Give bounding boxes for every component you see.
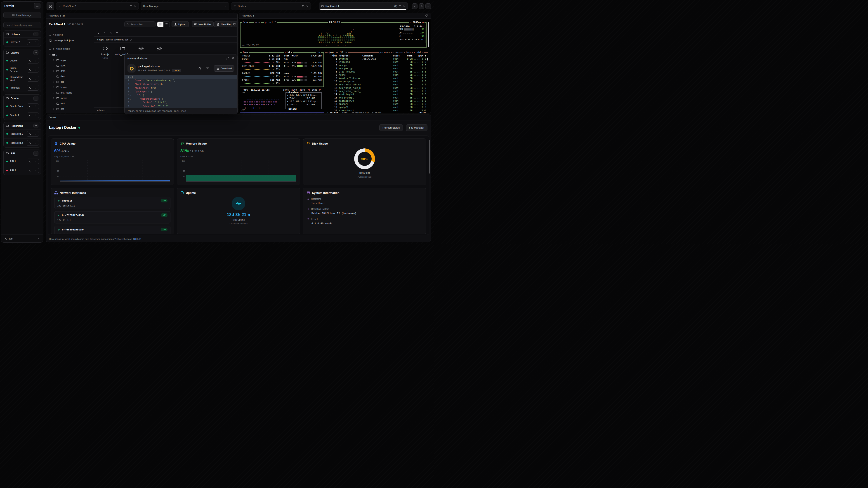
terminal-refresh-icon[interactable] bbox=[425, 14, 428, 17]
modal-search-icon[interactable] bbox=[198, 67, 202, 70]
tab-close-icon[interactable] bbox=[306, 5, 309, 7]
tab-close-icon[interactable] bbox=[134, 5, 136, 7]
close-icon[interactable] bbox=[231, 57, 235, 60]
tab-docker[interactable]: Docker bbox=[231, 2, 311, 10]
host-item-rpi-2[interactable]: RPI 2 bbox=[4, 166, 41, 175]
file-search-input[interactable] bbox=[130, 23, 151, 26]
tree-item-boot[interactable]: boot bbox=[49, 63, 91, 68]
nav-refresh-icon[interactable] bbox=[116, 32, 119, 35]
tree-item-home[interactable]: home bbox=[49, 85, 91, 90]
host-manager-button[interactable]: Host Manager bbox=[3, 12, 41, 18]
nav-back-icon[interactable] bbox=[97, 32, 100, 35]
host-menu-button[interactable] bbox=[33, 76, 39, 81]
split-view-icon[interactable] bbox=[302, 5, 305, 7]
host-item-oracle-1[interactable]: Oracle 1 bbox=[4, 111, 41, 120]
host-item-docker[interactable]: Docker bbox=[4, 56, 41, 65]
split-view-icon[interactable] bbox=[130, 5, 132, 7]
host-terminal-button[interactable] bbox=[27, 67, 33, 72]
keyboard-icon[interactable] bbox=[206, 67, 209, 70]
host-item-hetzner-1[interactable]: Hetzner 1 bbox=[4, 37, 41, 46]
tabs-collapse-button[interactable] bbox=[412, 3, 417, 9]
host-terminal-button[interactable] bbox=[27, 85, 33, 90]
sidebar-menu-button[interactable] bbox=[34, 3, 40, 9]
tree-root[interactable]: / bbox=[49, 52, 91, 57]
group-collapse-button[interactable] bbox=[33, 32, 38, 36]
tab-close-icon[interactable] bbox=[403, 5, 405, 7]
host-menu-button[interactable] bbox=[33, 104, 39, 109]
host-terminal-button[interactable] bbox=[27, 104, 33, 109]
interface-enp6s18[interactable]: enp6s18 UP 192.168.68.11 bbox=[54, 197, 170, 209]
host-item-open-media-vault[interactable]: Open Media Vault bbox=[4, 74, 41, 83]
host-item-oracle-sam[interactable]: Oracle Sam bbox=[4, 102, 41, 111]
split-view-icon[interactable] bbox=[399, 5, 401, 7]
host-item-racknerd-1[interactable]: RackNerd 1 bbox=[4, 129, 41, 138]
group-collapse-button[interactable] bbox=[33, 51, 38, 55]
nav-forward-icon[interactable] bbox=[103, 32, 106, 35]
group-header[interactable]: Oracle bbox=[4, 95, 41, 102]
host-terminal-button[interactable] bbox=[27, 58, 33, 63]
user-row[interactable]: test bbox=[1, 234, 43, 242]
interface-br-d6abe1b5cab4[interactable]: br-d6abe1b5cab4 UP 172.20.0.1 bbox=[54, 226, 170, 234]
host-menu-button[interactable] bbox=[33, 67, 39, 72]
host-menu-button[interactable] bbox=[33, 58, 39, 63]
grid-view-button[interactable] bbox=[157, 22, 163, 27]
recent-file-item[interactable]: package-lock.json bbox=[49, 38, 91, 43]
host-menu-button[interactable] bbox=[33, 113, 39, 118]
tree-item-apps[interactable]: apps bbox=[49, 57, 91, 63]
host-item-proxmox[interactable]: Proxmox bbox=[4, 83, 41, 92]
file-tile-file[interactable] bbox=[151, 46, 167, 53]
tab-racknerd-1[interactable]: RackNerd 1 bbox=[56, 2, 139, 10]
tree-item-mnt[interactable]: mnt bbox=[49, 101, 91, 106]
host-item-racknerd-2[interactable]: RackNerd 2 bbox=[4, 138, 41, 147]
group-header[interactable]: RPI bbox=[4, 150, 41, 157]
group-collapse-button[interactable] bbox=[33, 96, 38, 101]
host-terminal-button[interactable] bbox=[27, 39, 33, 45]
host-item-game-servers[interactable]: Game Servers bbox=[4, 65, 41, 74]
home-button[interactable] bbox=[46, 2, 54, 10]
tab-host-manager[interactable]: Host Manager bbox=[141, 2, 229, 10]
tree-item-data[interactable]: data bbox=[49, 68, 91, 74]
host-terminal-button[interactable] bbox=[27, 131, 33, 136]
file-tile-index.js[interactable]: index.js 4.3 KB bbox=[97, 46, 113, 59]
host-menu-button[interactable] bbox=[33, 39, 39, 45]
file-tile-file[interactable] bbox=[133, 46, 149, 53]
interface-br-73718f7a09d2[interactable]: br-73718f7a09d2 UP 172.19.0.1 bbox=[54, 211, 170, 223]
host-menu-button[interactable] bbox=[33, 140, 39, 145]
host-menu-button[interactable] bbox=[33, 159, 39, 164]
host-terminal-button[interactable] bbox=[27, 140, 33, 145]
tab-close-icon[interactable] bbox=[224, 5, 227, 7]
refresh-status-button[interactable]: Refresh Status bbox=[379, 124, 403, 131]
group-collapse-button[interactable] bbox=[33, 151, 38, 156]
tree-item-dev[interactable]: dev bbox=[49, 74, 91, 79]
list-view-button[interactable] bbox=[163, 22, 169, 27]
tree-item-etc[interactable]: etc bbox=[49, 79, 91, 85]
new-file-button[interactable]: New File bbox=[214, 21, 233, 27]
new-folder-button[interactable]: New Folder bbox=[192, 21, 214, 27]
nav-up-icon[interactable] bbox=[110, 32, 112, 35]
host-menu-button[interactable] bbox=[33, 85, 39, 90]
upload-button[interactable]: Upload bbox=[172, 21, 189, 27]
code-viewer[interactable]: 1⌄{ 2"name": "termix-download-api", 3"lo… bbox=[125, 75, 237, 108]
group-header[interactable]: Hetzner bbox=[4, 31, 41, 37]
group-header[interactable]: Laptop bbox=[4, 49, 41, 56]
host-terminal-button[interactable] bbox=[27, 159, 33, 164]
tab-racknerd-1-2[interactable]: RackNerd 1 (2) bbox=[319, 2, 408, 10]
proc-scrollbar[interactable] bbox=[427, 58, 428, 61]
expand-icon[interactable] bbox=[226, 57, 229, 60]
github-link[interactable]: GitHub bbox=[133, 238, 141, 240]
terminal-scrollbar[interactable] bbox=[428, 22, 429, 47]
host-terminal-button[interactable] bbox=[27, 113, 33, 118]
tree-item-lost+found[interactable]: lost+found bbox=[49, 90, 91, 95]
host-search-input[interactable] bbox=[3, 22, 41, 28]
host-menu-button[interactable] bbox=[33, 168, 39, 173]
group-header[interactable]: RackNerd bbox=[4, 122, 41, 129]
host-item-rpi-1[interactable]: RPI 1 bbox=[4, 157, 41, 166]
tabs-expand-button[interactable] bbox=[426, 3, 431, 9]
pencil-icon[interactable] bbox=[130, 38, 133, 41]
fm-refresh-button[interactable] bbox=[231, 21, 237, 27]
host-terminal-button[interactable] bbox=[27, 168, 33, 173]
tree-item-opt[interactable]: opt bbox=[49, 106, 91, 111]
tools-button[interactable] bbox=[418, 3, 424, 9]
terminal-screen[interactable]: 1cpu menu preset * 03:31:25 − 2000ms + ⠠… bbox=[239, 19, 431, 113]
tree-item-media[interactable]: media bbox=[49, 95, 91, 101]
